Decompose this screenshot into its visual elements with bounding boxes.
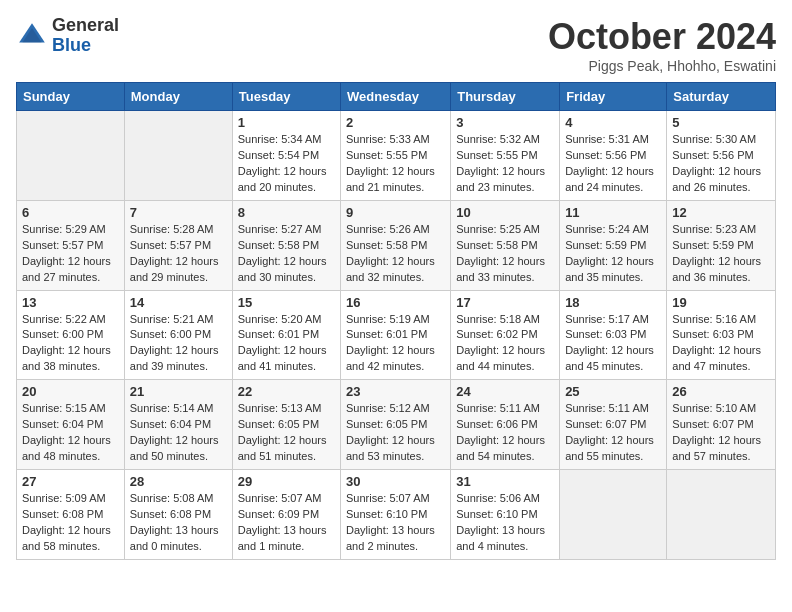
day-number: 27: [22, 474, 119, 489]
cell-content: Sunrise: 5:14 AMSunset: 6:04 PMDaylight:…: [130, 401, 227, 465]
sunset-text: Sunset: 5:57 PM: [130, 239, 211, 251]
cell-content: Sunrise: 5:33 AMSunset: 5:55 PMDaylight:…: [346, 132, 445, 196]
sunset-text: Sunset: 5:54 PM: [238, 149, 319, 161]
daylight-text: Daylight: 12 hours and 30 minutes.: [238, 255, 327, 283]
daylight-text: Daylight: 13 hours and 2 minutes.: [346, 524, 435, 552]
daylight-text: Daylight: 12 hours and 58 minutes.: [22, 524, 111, 552]
calendar-cell: 4Sunrise: 5:31 AMSunset: 5:56 PMDaylight…: [560, 111, 667, 201]
day-number: 16: [346, 295, 445, 310]
calendar-cell: 2Sunrise: 5:33 AMSunset: 5:55 PMDaylight…: [341, 111, 451, 201]
sunset-text: Sunset: 6:07 PM: [672, 418, 753, 430]
weekday-header: Monday: [124, 83, 232, 111]
calendar-table: SundayMondayTuesdayWednesdayThursdayFrid…: [16, 82, 776, 560]
day-number: 12: [672, 205, 770, 220]
calendar-cell: 26Sunrise: 5:10 AMSunset: 6:07 PMDayligh…: [667, 380, 776, 470]
sunrise-text: Sunrise: 5:14 AM: [130, 402, 214, 414]
sunrise-text: Sunrise: 5:26 AM: [346, 223, 430, 235]
sunset-text: Sunset: 6:05 PM: [346, 418, 427, 430]
sunset-text: Sunset: 5:58 PM: [346, 239, 427, 251]
weekday-header: Sunday: [17, 83, 125, 111]
day-number: 20: [22, 384, 119, 399]
cell-content: Sunrise: 5:26 AMSunset: 5:58 PMDaylight:…: [346, 222, 445, 286]
sunset-text: Sunset: 6:07 PM: [565, 418, 646, 430]
cell-content: Sunrise: 5:30 AMSunset: 5:56 PMDaylight:…: [672, 132, 770, 196]
daylight-text: Daylight: 12 hours and 44 minutes.: [456, 344, 545, 372]
daylight-text: Daylight: 12 hours and 32 minutes.: [346, 255, 435, 283]
daylight-text: Daylight: 12 hours and 35 minutes.: [565, 255, 654, 283]
daylight-text: Daylight: 12 hours and 47 minutes.: [672, 344, 761, 372]
sunrise-text: Sunrise: 5:10 AM: [672, 402, 756, 414]
day-number: 5: [672, 115, 770, 130]
day-number: 18: [565, 295, 661, 310]
daylight-text: Daylight: 12 hours and 29 minutes.: [130, 255, 219, 283]
sunrise-text: Sunrise: 5:25 AM: [456, 223, 540, 235]
page-header: General Blue October 2024 Piggs Peak, Hh…: [16, 16, 776, 74]
sunrise-text: Sunrise: 5:11 AM: [565, 402, 649, 414]
calendar-cell: 24Sunrise: 5:11 AMSunset: 6:06 PMDayligh…: [451, 380, 560, 470]
sunrise-text: Sunrise: 5:13 AM: [238, 402, 322, 414]
daylight-text: Daylight: 12 hours and 20 minutes.: [238, 165, 327, 193]
cell-content: Sunrise: 5:15 AMSunset: 6:04 PMDaylight:…: [22, 401, 119, 465]
sunset-text: Sunset: 5:58 PM: [238, 239, 319, 251]
calendar-cell: 1Sunrise: 5:34 AMSunset: 5:54 PMDaylight…: [232, 111, 340, 201]
title-block: October 2024 Piggs Peak, Hhohho, Eswatin…: [548, 16, 776, 74]
calendar-cell: 28Sunrise: 5:08 AMSunset: 6:08 PMDayligh…: [124, 470, 232, 560]
cell-content: Sunrise: 5:12 AMSunset: 6:05 PMDaylight:…: [346, 401, 445, 465]
daylight-text: Daylight: 12 hours and 50 minutes.: [130, 434, 219, 462]
weekday-header-row: SundayMondayTuesdayWednesdayThursdayFrid…: [17, 83, 776, 111]
cell-content: Sunrise: 5:21 AMSunset: 6:00 PMDaylight:…: [130, 312, 227, 376]
calendar-cell: 11Sunrise: 5:24 AMSunset: 5:59 PMDayligh…: [560, 200, 667, 290]
calendar-cell: 15Sunrise: 5:20 AMSunset: 6:01 PMDayligh…: [232, 290, 340, 380]
cell-content: Sunrise: 5:29 AMSunset: 5:57 PMDaylight:…: [22, 222, 119, 286]
calendar-cell: 12Sunrise: 5:23 AMSunset: 5:59 PMDayligh…: [667, 200, 776, 290]
daylight-text: Daylight: 12 hours and 41 minutes.: [238, 344, 327, 372]
daylight-text: Daylight: 12 hours and 45 minutes.: [565, 344, 654, 372]
day-number: 17: [456, 295, 554, 310]
sunrise-text: Sunrise: 5:17 AM: [565, 313, 649, 325]
cell-content: Sunrise: 5:09 AMSunset: 6:08 PMDaylight:…: [22, 491, 119, 555]
day-number: 8: [238, 205, 335, 220]
day-number: 19: [672, 295, 770, 310]
cell-content: Sunrise: 5:18 AMSunset: 6:02 PMDaylight:…: [456, 312, 554, 376]
sunrise-text: Sunrise: 5:22 AM: [22, 313, 106, 325]
calendar-week-row: 13Sunrise: 5:22 AMSunset: 6:00 PMDayligh…: [17, 290, 776, 380]
daylight-text: Daylight: 12 hours and 57 minutes.: [672, 434, 761, 462]
cell-content: Sunrise: 5:08 AMSunset: 6:08 PMDaylight:…: [130, 491, 227, 555]
cell-content: Sunrise: 5:17 AMSunset: 6:03 PMDaylight:…: [565, 312, 661, 376]
sunset-text: Sunset: 6:08 PM: [130, 508, 211, 520]
day-number: 7: [130, 205, 227, 220]
sunset-text: Sunset: 6:01 PM: [238, 328, 319, 340]
day-number: 23: [346, 384, 445, 399]
day-number: 30: [346, 474, 445, 489]
calendar-cell: 9Sunrise: 5:26 AMSunset: 5:58 PMDaylight…: [341, 200, 451, 290]
day-number: 25: [565, 384, 661, 399]
calendar-week-row: 20Sunrise: 5:15 AMSunset: 6:04 PMDayligh…: [17, 380, 776, 470]
daylight-text: Daylight: 12 hours and 27 minutes.: [22, 255, 111, 283]
weekday-header: Tuesday: [232, 83, 340, 111]
calendar-cell: 3Sunrise: 5:32 AMSunset: 5:55 PMDaylight…: [451, 111, 560, 201]
sunset-text: Sunset: 6:03 PM: [565, 328, 646, 340]
cell-content: Sunrise: 5:06 AMSunset: 6:10 PMDaylight:…: [456, 491, 554, 555]
sunrise-text: Sunrise: 5:27 AM: [238, 223, 322, 235]
day-number: 3: [456, 115, 554, 130]
day-number: 13: [22, 295, 119, 310]
sunset-text: Sunset: 6:08 PM: [22, 508, 103, 520]
daylight-text: Daylight: 12 hours and 54 minutes.: [456, 434, 545, 462]
sunrise-text: Sunrise: 5:34 AM: [238, 133, 322, 145]
sunset-text: Sunset: 5:55 PM: [346, 149, 427, 161]
logo: General Blue: [16, 16, 119, 56]
sunset-text: Sunset: 5:57 PM: [22, 239, 103, 251]
day-number: 10: [456, 205, 554, 220]
sunset-text: Sunset: 6:05 PM: [238, 418, 319, 430]
sunset-text: Sunset: 6:06 PM: [456, 418, 537, 430]
sunset-text: Sunset: 6:10 PM: [346, 508, 427, 520]
cell-content: Sunrise: 5:16 AMSunset: 6:03 PMDaylight:…: [672, 312, 770, 376]
sunrise-text: Sunrise: 5:31 AM: [565, 133, 649, 145]
daylight-text: Daylight: 13 hours and 0 minutes.: [130, 524, 219, 552]
calendar-cell: 6Sunrise: 5:29 AMSunset: 5:57 PMDaylight…: [17, 200, 125, 290]
sunrise-text: Sunrise: 5:07 AM: [238, 492, 322, 504]
cell-content: Sunrise: 5:24 AMSunset: 5:59 PMDaylight:…: [565, 222, 661, 286]
day-number: 15: [238, 295, 335, 310]
day-number: 11: [565, 205, 661, 220]
logo-blue-text: Blue: [52, 36, 119, 56]
